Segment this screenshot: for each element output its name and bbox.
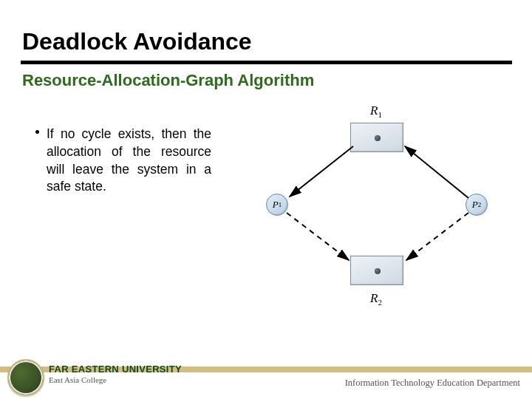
- svg-line-3: [406, 213, 468, 260]
- footer-left: FAR EASTERN UNIVERSITY East Asia College: [49, 364, 300, 393]
- svg-line-2: [287, 213, 349, 260]
- slide-subtitle: Resource-Allocation-Graph Algorithm: [22, 71, 314, 90]
- bullet-list: If no cycle exists, then the allocation …: [35, 126, 211, 196]
- bullet-dot-icon: [35, 130, 39, 134]
- svg-line-0: [290, 146, 353, 197]
- title-rule: [21, 61, 512, 64]
- university-seal-icon: [7, 359, 44, 396]
- graph-edges: [244, 103, 510, 310]
- university-name: FAR EASTERN UNIVERSITY: [49, 364, 300, 375]
- slide-title: Deadlock Avoidance: [22, 28, 252, 55]
- resource-allocation-graph: R1 R2 P1 P2: [244, 103, 510, 310]
- college-name: East Asia College: [49, 375, 300, 384]
- department-name: Information Technology Education Departm…: [345, 378, 520, 389]
- bullet-item: If no cycle exists, then the allocation …: [35, 126, 211, 196]
- bullet-text: If no cycle exists, then the allocation …: [47, 126, 211, 196]
- svg-line-1: [405, 146, 468, 198]
